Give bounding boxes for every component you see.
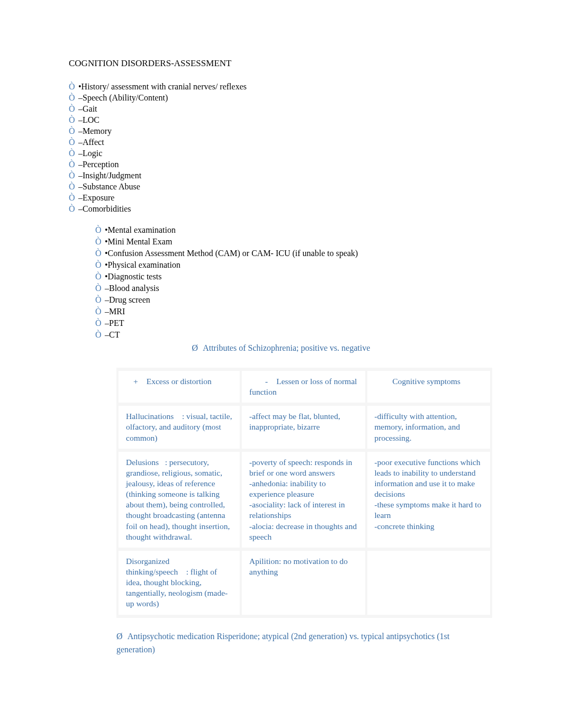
- attributes-heading-text: Attributes of Schizophrenia; positive vs…: [203, 343, 370, 352]
- list-item-text: •Diagnostic tests: [105, 271, 161, 282]
- list-item-text: –Gait: [78, 104, 97, 114]
- table-header-negative: Lessen or loss of normal function: [242, 371, 365, 403]
- list-item-text: –Logic: [78, 148, 102, 159]
- bullet-o-icon: Ò: [95, 248, 105, 259]
- bullet-o-icon: Ò: [69, 81, 78, 92]
- table-header-row: Excess or distortion Lessen or loss of n…: [119, 371, 490, 403]
- list-item-text: –Memory: [78, 126, 112, 136]
- list-item-text: –Insight/Judgment: [78, 170, 141, 181]
- list-item: Ò–Drug screen: [95, 295, 493, 305]
- table-header-positive: Excess or distortion: [119, 371, 240, 403]
- list-item-text: •Mental examination: [105, 225, 176, 235]
- list-item-text: –Drug screen: [105, 295, 150, 305]
- list-item-text: –Affect: [78, 137, 104, 148]
- bullet-o-slash-icon: Ø: [192, 343, 198, 352]
- list-item-text: •Mini Mental Exam: [105, 236, 172, 247]
- list-item-text: •Physical examination: [105, 260, 180, 270]
- list-item: Ò–Memory: [69, 126, 493, 136]
- table-cell: -poverty of speech: responds in brief or…: [242, 452, 365, 548]
- list-item: Ò–Blood analysis: [95, 283, 493, 294]
- list-item: Ò–Substance Abuse: [69, 181, 493, 192]
- list-item: Ò–LOC: [69, 115, 493, 125]
- list-item: Ò–Gait: [69, 104, 493, 114]
- list-item: Ò•Confusion Assessment Method (CAM) or C…: [95, 248, 493, 259]
- table-cell: -poor executive functions which leads to…: [367, 452, 491, 548]
- list-item-text: –Perception: [78, 159, 119, 170]
- bullet-o-icon: Ò: [95, 260, 105, 270]
- schizophrenia-table: Excess or distortion Lessen or loss of n…: [116, 368, 492, 618]
- medication-heading-text: Antipsychotic medication Risperidone; at…: [116, 632, 449, 654]
- bullet-o-icon: Ò: [69, 104, 78, 114]
- list-item-text: –LOC: [78, 115, 99, 125]
- bullet-o-icon: Ò: [95, 318, 105, 329]
- list-item: Ò•Physical examination: [95, 260, 493, 270]
- medication-heading: Ø Antipsychotic medication Risperidone; …: [116, 630, 460, 657]
- bullet-o-icon: Ò: [69, 181, 78, 192]
- list-item: Ò–PET: [95, 318, 493, 329]
- table-cell: Disorganized thinking/speech : flight of…: [119, 551, 240, 615]
- bullet-o-icon: Ò: [95, 225, 105, 235]
- list-item-text: –Blood analysis: [105, 283, 159, 294]
- list-item-text: –MRI: [105, 306, 125, 317]
- bullet-o-icon: Ò: [95, 330, 105, 340]
- list-item-text: –CT: [105, 330, 120, 340]
- list-item: Ò–Exposure: [69, 193, 493, 203]
- document-title: COGNITION DISORDERS-ASSESSMENT: [69, 58, 493, 69]
- list-item: Ò–Logic: [69, 148, 493, 159]
- bullet-o-icon: Ò: [69, 193, 78, 203]
- bullet-o-icon: Ò: [69, 204, 78, 214]
- list-item-text: –PET: [105, 318, 124, 329]
- list-item: Ò–Perception: [69, 159, 493, 170]
- table-cell: [367, 551, 491, 615]
- list-item: Ò–CT: [95, 330, 493, 340]
- list-item-text: –Exposure: [78, 193, 114, 203]
- bullet-o-icon: Ò: [95, 236, 105, 247]
- list-item-text: •History/ assessment with cranial nerves…: [78, 81, 247, 92]
- list-item: Ò•History/ assessment with cranial nerve…: [69, 81, 493, 92]
- table-cell: Delusions : persecutory, grandiose, reli…: [119, 452, 240, 548]
- list-item-text: –Speech (Ability/Content): [78, 93, 168, 103]
- list-item: Ò•Mini Mental Exam: [95, 236, 493, 247]
- bullet-o-icon: Ò: [69, 159, 78, 170]
- bullet-o-icon: Ò: [95, 306, 105, 317]
- table-row: Hallucinations : visual, tactile, olfact…: [119, 406, 490, 448]
- list-item-text: –Comorbidities: [78, 204, 131, 214]
- bullet-o-icon: Ò: [69, 115, 78, 125]
- bullet-list-secondary: Ò•Mental examinationÒ•Mini Mental ExamÒ•…: [95, 225, 493, 340]
- table-cell: -affect may be flat, blunted, inappropri…: [242, 406, 365, 448]
- bullet-o-icon: Ò: [69, 126, 78, 136]
- list-item: Ò–Speech (Ability/Content): [69, 93, 493, 103]
- list-item: Ò•Mental examination: [95, 225, 493, 235]
- list-item-text: –Substance Abuse: [78, 181, 140, 192]
- bullet-o-icon: Ò: [95, 271, 105, 282]
- bullet-list-primary: Ò•History/ assessment with cranial nerve…: [69, 81, 493, 214]
- table-header-cognitive: Cognitive symptoms: [367, 371, 491, 403]
- bullet-o-icon: Ò: [95, 283, 105, 294]
- list-item: Ò–Affect: [69, 137, 493, 148]
- list-item-text: •Confusion Assessment Method (CAM) or CA…: [105, 248, 358, 259]
- table-cell: -difficulty with attention, memory, info…: [367, 406, 491, 448]
- list-item: Ò–Comorbidities: [69, 204, 493, 214]
- list-item: Ò•Diagnostic tests: [95, 271, 493, 282]
- bullet-o-icon: Ò: [69, 170, 78, 181]
- bullet-o-icon: Ò: [95, 295, 105, 305]
- bullet-o-icon: Ò: [69, 93, 78, 103]
- table-row: Disorganized thinking/speech : flight of…: [119, 551, 490, 615]
- table-cell: Hallucinations : visual, tactile, olfact…: [119, 406, 240, 448]
- bullet-o-icon: Ò: [69, 137, 78, 148]
- list-item: Ò–Insight/Judgment: [69, 170, 493, 181]
- list-item: Ò–MRI: [95, 306, 493, 317]
- table-row: Delusions : persecutory, grandiose, reli…: [119, 452, 490, 548]
- bullet-o-slash-icon: Ø: [116, 632, 123, 641]
- table-cell: Apilition: no motivation to do anything: [242, 551, 365, 615]
- attributes-heading: Ø Attributes of Schizophrenia; positive …: [69, 343, 493, 353]
- bullet-o-icon: Ò: [69, 148, 78, 159]
